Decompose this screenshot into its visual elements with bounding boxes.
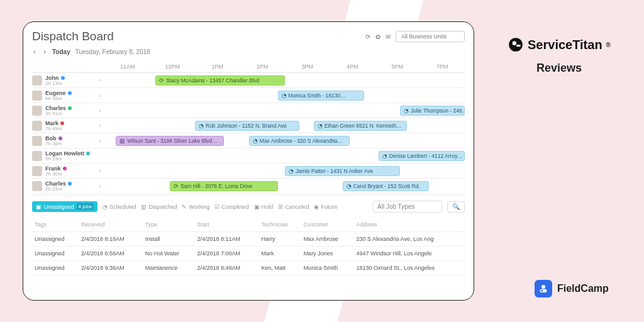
tech-cell[interactable]: Bob7h 30m › <box>32 133 105 148</box>
clock-icon: ◔ <box>253 138 258 144</box>
servicetitan-mark-icon <box>508 36 524 53</box>
tech-row: Charles3h 51m › ◔Julie Thompson - 246… <box>32 103 465 118</box>
avatar <box>32 166 42 176</box>
avatar <box>32 91 42 101</box>
filter-scheduled[interactable]: ◔ Scheduled <box>103 204 136 210</box>
job-bar[interactable]: ◔Rob Johnson - 1152 N. Brand Ave <box>195 121 299 131</box>
truck-icon: ▥ <box>119 138 125 144</box>
tech-cell[interactable]: Logan Howlett5h 19m <box>32 148 105 163</box>
job-bar[interactable]: ⟳Sam Hill - 2076 E. Loma Drive <box>170 181 278 191</box>
col-type[interactable]: Type <box>143 219 195 232</box>
tech-row: Bob7h 30m › ▥Wilson Sant - 3198 Silver L… <box>32 133 465 148</box>
tech-row: Charles2h 23m › ⟳Sam Hill - 2076 E. Loma… <box>32 179 465 194</box>
table-row[interactable]: Unassigned2/4/2018 9:36AMMaintanence2/4/… <box>32 261 465 275</box>
tech-row: Mark7h 49m › ◔Rob Johnson - 1152 N. Bran… <box>32 118 465 133</box>
tech-row: Frank7h 30m › ◔Jamie Patter - 1431 N Ank… <box>32 164 465 179</box>
reviews-label: Reviews <box>487 62 631 75</box>
tech-cell[interactable]: Charles3h 51m › <box>32 103 105 118</box>
jobs-table: Tags Received Type Start Technician Cust… <box>32 219 465 275</box>
tech-cell[interactable]: John2h 13m › <box>32 73 105 87</box>
table-row[interactable]: Unassigned2/4/2018 6:58AMNo Hot Water2/4… <box>32 247 465 261</box>
tech-cell[interactable]: Mark7h 49m › <box>32 118 105 133</box>
filter-unassigned[interactable]: ▣ Unassigned 4 jobs <box>32 201 97 212</box>
job-bar[interactable]: ⟳Stacy McAdams - 13457 Chandler Blvd <box>155 75 285 86</box>
tech-cell[interactable]: Eugene6h 30m › <box>32 88 105 103</box>
settings-icon[interactable]: ✿ <box>375 33 380 40</box>
prev-day-button[interactable]: ‹ <box>32 47 37 56</box>
col-start[interactable]: Start <box>195 219 259 232</box>
chevron-right-icon[interactable]: › <box>99 167 101 174</box>
status-dot <box>68 106 72 110</box>
col-tags[interactable]: Tags <box>32 219 79 232</box>
filter-bar: ▣ Unassigned 4 jobs ◔ Scheduled ▥ Dispat… <box>32 195 465 216</box>
chevron-right-icon[interactable]: › <box>99 107 101 114</box>
filter-hold[interactable]: ▣ Hold <box>254 204 274 210</box>
svg-rect-2 <box>516 45 521 47</box>
avatar <box>32 75 42 86</box>
job-bar[interactable]: ◔Jamie Patter - 1431 N Anker Ave <box>285 166 400 176</box>
svg-rect-5 <box>541 290 543 291</box>
tech-row: Eugene6h 30m › ◔Monica Smith - 18130… <box>32 88 465 103</box>
dispatch-icon: ⟳ <box>174 183 179 189</box>
svg-point-3 <box>541 285 545 289</box>
status-dot <box>60 121 64 125</box>
table-row[interactable]: Unassigned2/4/2018 8:18AMInstall2/4/2018… <box>32 232 465 247</box>
clock-icon: ◔ <box>289 168 294 174</box>
mail-icon[interactable]: ✉ <box>386 33 391 40</box>
status-dot <box>68 91 72 95</box>
tech-cell[interactable]: Frank7h 30m › <box>32 164 105 178</box>
chevron-right-icon[interactable]: › <box>99 137 101 144</box>
filter-dispatched[interactable]: ▥ Dispatched <box>141 204 177 210</box>
tech-row: John2h 13m › ⟳Stacy McAdams - 13457 Chan… <box>32 73 465 88</box>
filter-future[interactable]: ◉ Future <box>314 204 337 210</box>
status-dot <box>58 136 62 140</box>
servicetitan-wordmark: ServiceTitan <box>528 38 602 52</box>
next-day-button[interactable]: › <box>42 47 47 56</box>
col-received[interactable]: Received <box>79 219 143 232</box>
time-axis: 11AM12PM1PM2PM3PM4PM5PM7PM <box>105 64 465 70</box>
avatar <box>32 181 42 191</box>
today-button[interactable]: Today <box>52 48 70 55</box>
clock-icon: ◔ <box>382 153 387 159</box>
job-bar[interactable]: ◔Max Ambrose - 320 S Alexandria… <box>249 136 350 146</box>
chevron-right-icon[interactable]: › <box>99 77 101 84</box>
tech-cell[interactable]: Charles2h 23m › <box>32 179 105 193</box>
dispatch-icon: ⟳ <box>159 77 164 84</box>
job-bar[interactable]: ▥Wilson Sant - 3198 Silver Lake Blvd… <box>116 136 224 146</box>
avatar <box>32 151 42 161</box>
avatar <box>32 106 42 116</box>
col-cust[interactable]: Customer <box>301 219 354 232</box>
chevron-right-icon[interactable]: › <box>99 122 101 129</box>
col-tech[interactable]: Technician <box>258 219 301 232</box>
page-title: Dispatch Board <box>32 30 114 43</box>
clock-icon: ◔ <box>318 123 323 129</box>
search-button[interactable]: 🔍 <box>447 201 465 213</box>
fieldcamp-logo: FieldCamp <box>535 280 609 297</box>
job-bar[interactable]: ◔Monica Smith - 18130… <box>278 91 364 101</box>
job-type-select[interactable]: All Job Types <box>373 201 442 213</box>
dispatch-gantt: John2h 13m › ⟳Stacy McAdams - 13457 Chan… <box>32 73 465 194</box>
status-dot <box>61 76 65 80</box>
clock-icon: ◔ <box>404 108 409 114</box>
chevron-right-icon[interactable]: › <box>99 92 101 99</box>
filter-completed[interactable]: ☑ Completed <box>214 204 249 210</box>
servicetitan-logo: ServiceTitan® <box>487 36 631 53</box>
filter-working[interactable]: ✎ Working <box>182 204 209 210</box>
avatar <box>32 136 42 146</box>
fieldcamp-icon <box>535 280 552 297</box>
clock-icon: ◔ <box>282 92 287 99</box>
status-dot <box>68 182 72 186</box>
status-dot <box>86 152 90 155</box>
svg-point-1 <box>513 42 517 46</box>
tech-row: Logan Howlett5h 19m ◔Denise Lambert - 41… <box>32 148 465 164</box>
app-window: Dispatch Board ⟳ ✿ ✉ All Business Units … <box>23 21 474 301</box>
job-bar[interactable]: ◔Ethan Green 6521 N. Kenneth… <box>314 121 408 131</box>
job-bar[interactable]: ◔Carol Bryant - 152 Scott Rd. <box>343 181 429 191</box>
business-units-select[interactable]: All Business Units <box>396 31 465 42</box>
job-bar[interactable]: ◔Denise Lambert - 4112 Arroy… <box>379 151 465 161</box>
filter-canceled[interactable]: ☒ Canceled <box>278 204 309 210</box>
job-bar[interactable]: ◔Julie Thompson - 246… <box>400 106 465 116</box>
chevron-right-icon[interactable]: › <box>99 182 101 189</box>
refresh-icon[interactable]: ⟳ <box>365 33 370 40</box>
col-addr[interactable]: Address <box>354 219 465 232</box>
